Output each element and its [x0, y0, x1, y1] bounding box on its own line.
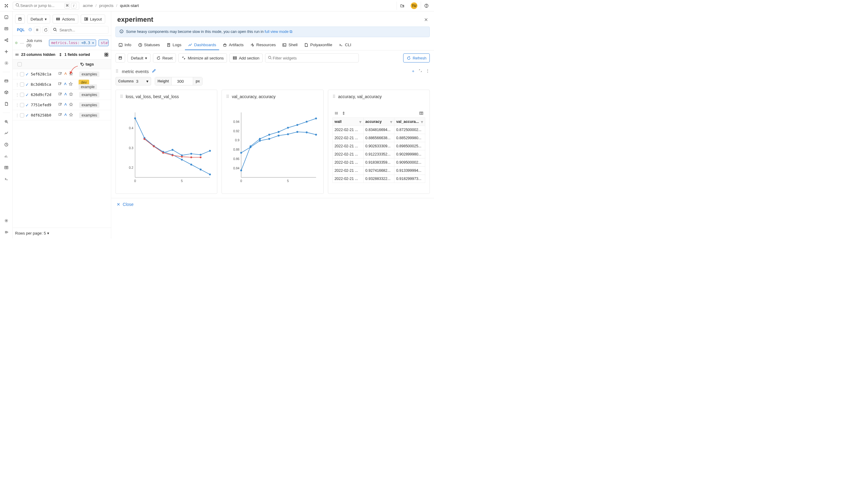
open-run-icon[interactable]	[58, 82, 62, 87]
sidenav-collapse-icon[interactable]	[2, 228, 10, 236]
sidenav-barchart-icon[interactable]	[2, 152, 10, 160]
open-run-icon[interactable]	[58, 113, 62, 118]
data-row[interactable]: 2022-02-21 ...0.834816694...0.872500002.…	[333, 126, 425, 134]
app-logo-icon[interactable]	[0, 0, 13, 11]
loss-chart[interactable]: 0.20.30.405	[120, 99, 213, 190]
columns-select[interactable]: Columns 3 ▾	[116, 77, 151, 86]
columns-icon[interactable]	[334, 111, 339, 116]
sidenav-pipeline-icon[interactable]	[2, 48, 10, 56]
accuracy-data-table[interactable]: wall▾accuracy▾val_accura...▾ 2022-02-21 …	[333, 117, 425, 183]
star-icon[interactable]	[69, 102, 73, 107]
sidenav-card-icon[interactable]	[2, 77, 10, 85]
drag-handle-icon[interactable]: ⋮	[15, 113, 19, 118]
run-id[interactable]: 0df6258b0	[31, 113, 58, 117]
tab-logs[interactable]: Logs	[163, 40, 184, 50]
sidenav-automation-icon[interactable]	[2, 59, 10, 67]
runs-search[interactable]	[51, 26, 108, 34]
tab-polyaxonfile[interactable]: Polyaxonfile	[301, 40, 335, 50]
drag-handle-icon[interactable]: ⠿	[120, 94, 123, 99]
global-search-input[interactable]	[20, 3, 56, 8]
close-button[interactable]: ✕ Close	[111, 198, 434, 210]
row-checkbox[interactable]	[20, 82, 24, 87]
full-view-link[interactable]: full view mode ⧉	[265, 30, 292, 34]
star-icon[interactable]	[69, 92, 73, 97]
sidenav-history-icon[interactable]	[2, 141, 10, 148]
data-row[interactable]: 2022-02-21 ...0.902633309...0.898500025.…	[333, 142, 425, 150]
sidenav-table-icon[interactable]	[2, 164, 10, 171]
save-dashboard-button[interactable]	[116, 54, 125, 63]
tab-dashboards[interactable]: Dashboards	[185, 40, 219, 50]
run-id[interactable]: 626d9cf2d	[31, 92, 58, 97]
dashboard-default-button[interactable]: Default ▾	[128, 54, 151, 63]
sort-icon[interactable]	[342, 111, 346, 116]
data-row[interactable]: 2022-02-21 ...0.886566638...0.885299980.…	[333, 134, 425, 142]
refresh-button[interactable]: Refresh	[403, 54, 430, 63]
run-id[interactable]: 7751efed9	[31, 103, 58, 107]
filter-widgets-input[interactable]	[272, 56, 356, 61]
drag-handle-icon[interactable]: ⋮	[15, 82, 19, 87]
open-run-icon[interactable]	[58, 102, 62, 107]
save-view-button[interactable]	[15, 14, 25, 24]
add-widget-icon[interactable]: ＋	[411, 69, 415, 74]
tab-shell[interactable]: Shell	[279, 40, 301, 50]
breadcrumb-item[interactable]: quick-start	[120, 3, 139, 8]
table-view-icon[interactable]	[419, 111, 424, 116]
tab-artifacts[interactable]: Artifacts	[220, 40, 247, 50]
pql-help-icon[interactable]: ?	[28, 28, 32, 32]
drag-handle-icon[interactable]: ⠿	[333, 94, 336, 99]
run-id[interactable]: 8c3d4b5ca	[31, 82, 58, 87]
open-run-icon[interactable]	[58, 92, 62, 97]
accuracy-chart[interactable]: 0.840.860.880.90.920.9405	[226, 99, 319, 190]
filter-widgets[interactable]	[265, 54, 359, 63]
sidenav-settings-icon[interactable]	[2, 217, 10, 225]
sidenav-info-icon[interactable]	[2, 13, 10, 21]
list-view-icon[interactable]	[34, 27, 40, 33]
refresh-filter-icon[interactable]	[42, 27, 49, 33]
data-row[interactable]: 2022-02-21 ...0.912233352...0.902899980.…	[333, 150, 425, 159]
pql-toggle[interactable]: PQL	[15, 27, 27, 33]
table-row[interactable]: ⋮ ✓ 0df6258b0 examples	[13, 110, 111, 121]
collapse-section-icon[interactable]	[418, 69, 423, 74]
sidenav-list-icon[interactable]	[2, 25, 10, 33]
data-row[interactable]: 2022-02-21 ...0.927416682...0.913399994.…	[333, 167, 425, 175]
add-section-button[interactable]: Add section	[229, 54, 262, 63]
help-button[interactable]	[421, 1, 432, 10]
compare-icon[interactable]	[63, 82, 67, 87]
drag-handle-icon[interactable]: ⠿	[226, 94, 229, 99]
tab-resources[interactable]: Resources	[247, 40, 279, 50]
height-input[interactable]: Height 300 px	[155, 77, 203, 86]
row-checkbox[interactable]	[20, 113, 24, 117]
drag-handle-icon[interactable]: ⋮	[15, 72, 19, 77]
edit-section-icon[interactable]	[152, 69, 156, 74]
breadcrumb-org[interactable]: acme	[83, 3, 93, 8]
sidenav-search-icon[interactable]	[2, 118, 10, 126]
drag-handle-icon[interactable]: ⠿	[116, 69, 119, 74]
compare-icon[interactable]	[63, 92, 68, 97]
sidenav-doc-icon[interactable]	[2, 100, 10, 108]
tag-examples[interactable]: examples	[79, 113, 99, 118]
close-icon[interactable]: ×	[92, 41, 94, 45]
layout-button[interactable]: Layout	[81, 14, 105, 24]
tag-examples[interactable]: examples	[79, 92, 99, 98]
compare-icon[interactable]	[63, 72, 68, 77]
row-checkbox[interactable]	[20, 93, 24, 97]
close-panel-button[interactable]: ✕	[424, 17, 428, 23]
tag-example[interactable]: example	[79, 84, 97, 90]
select-all-checkbox[interactable]	[18, 62, 22, 66]
columns-hidden[interactable]: 23 columns hidden	[15, 53, 55, 57]
star-icon[interactable]	[69, 82, 73, 87]
breadcrumb-project[interactable]: projects	[99, 3, 113, 8]
runs-search-input[interactable]	[59, 28, 106, 33]
column-header[interactable]: val_accura...▾	[394, 118, 425, 126]
default-view-button[interactable]: Default▾	[27, 14, 50, 24]
grid-view-icon[interactable]	[104, 53, 108, 57]
table-row[interactable]: ⋮ ✓ 7751efed9 examples	[13, 100, 111, 110]
star-icon[interactable]	[69, 113, 73, 118]
star-icon[interactable]	[69, 72, 73, 77]
actions-button[interactable]: Actions	[53, 14, 78, 24]
filter-chip-stat[interactable]: stat	[98, 39, 108, 46]
table-row[interactable]: ⋮ ✓ 8c3d4b5ca dev example	[13, 79, 111, 90]
compare-icon[interactable]	[63, 113, 68, 118]
tab-statuses[interactable]: Statuses	[135, 40, 163, 50]
sidenav-connections-icon[interactable]	[2, 36, 10, 44]
